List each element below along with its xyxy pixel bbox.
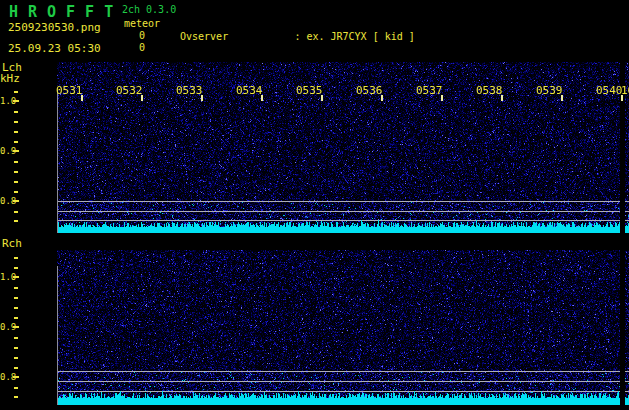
lch-minor-tick [14, 191, 18, 193]
app-version: 2ch 0.3.0 [122, 4, 176, 15]
rch-minor-tick [14, 267, 18, 269]
app-title: HROFFT [9, 3, 123, 21]
lch-major-tick-0.9 [13, 150, 19, 152]
output-filename: 2509230530.png [8, 21, 101, 34]
time-label-0531: 0531 [56, 84, 83, 97]
rch-minor-tick [14, 307, 18, 309]
minute-tick-0538 [501, 95, 503, 101]
rch-major-tick-0.9 [13, 326, 19, 328]
lch-frequency-unit: kHz [0, 72, 20, 85]
minute-tick-0533 [201, 95, 203, 101]
time-label-0533: 0533 [176, 84, 203, 97]
lch-major-tick-0.8 [13, 200, 19, 202]
rch-minor-tick [14, 357, 18, 359]
rch-minor-tick [14, 317, 18, 319]
minute-tick-0534 [261, 95, 263, 101]
hrofft-window: HROFFT 2ch 0.3.0 2509230530.png meteor 0… [0, 0, 629, 410]
lch-minor-tick [14, 141, 18, 143]
rch-minor-tick [14, 287, 18, 289]
lch-minor-tick [14, 91, 18, 93]
time-label-0539: 0539 [536, 84, 563, 97]
rch-minor-tick [14, 396, 18, 398]
rch-axis-line [57, 266, 58, 405]
lch-minor-tick [14, 171, 18, 173]
minute-tick-0535 [321, 95, 323, 101]
lch-minor-tick [14, 131, 18, 133]
rch-panel-label: Rch [2, 237, 22, 250]
lch-minor-tick [14, 121, 18, 123]
meteor-count-rch: 0 [139, 42, 145, 53]
lch-axis-line [57, 90, 58, 233]
rch-spectrogram [57, 250, 629, 405]
time-label-0538: 0538 [476, 84, 503, 97]
time-label-0532: 0532 [116, 84, 143, 97]
rch-minor-tick [14, 347, 18, 349]
observer-line: Ovserver : ex. JR7CYX [ kid ] [180, 31, 629, 44]
minute-tick-0532 [141, 95, 143, 101]
time-label-0537: 0537 [416, 84, 443, 97]
lch-minor-tick [14, 181, 18, 183]
observation-datetime: 25.09.23 05:30 [8, 42, 101, 55]
lch-minor-tick [14, 111, 18, 113]
meteor-count-lch: 0 [139, 30, 145, 41]
minute-tick-0539 [561, 95, 563, 101]
rch-major-tick-1.0 [13, 276, 19, 278]
time-label-partial: 10 [621, 84, 629, 97]
lch-minor-tick [14, 161, 18, 163]
time-label-0535: 0535 [296, 84, 323, 97]
time-label-0534: 0534 [236, 84, 263, 97]
lch-major-tick-1.0 [13, 100, 19, 102]
rch-minor-tick [14, 257, 18, 259]
minute-tick-0536 [381, 95, 383, 101]
minute-tick-0531 [81, 95, 83, 101]
meteor-counter-label: meteor [124, 18, 160, 29]
rch-minor-tick [14, 387, 18, 389]
minute-tick-0537 [441, 95, 443, 101]
rch-minor-tick [14, 297, 18, 299]
rch-major-tick-0.8 [13, 376, 19, 378]
time-label-0540: 0540 [596, 84, 623, 97]
rch-minor-tick [14, 367, 18, 369]
lch-minor-tick [14, 211, 18, 213]
time-label-0536: 0536 [356, 84, 383, 97]
lch-minor-tick [14, 220, 18, 222]
rch-minor-tick [14, 337, 18, 339]
